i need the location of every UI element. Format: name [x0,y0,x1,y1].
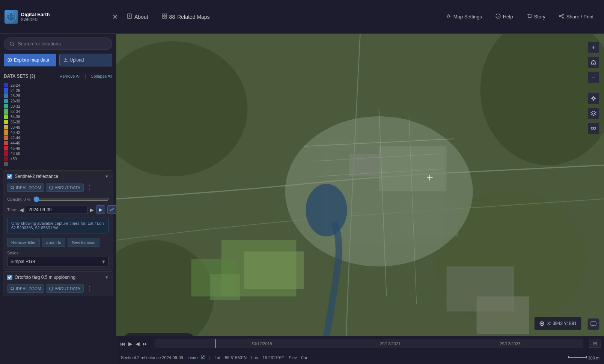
nav-share-print[interactable]: Share / Print [553,11,599,23]
ideal-zoom-button[interactable]: IDEAL ZOOM [7,184,44,192]
nav-right: Map Settings ? Help Story Share / Print [440,11,599,23]
nav-related-maps[interactable]: 88 Related Maps [156,11,216,23]
map-controls: + − [587,41,599,134]
explore-map-data-button[interactable]: Explore map data [4,54,56,66]
lat-label: Lat [215,355,220,360]
svg-rect-60 [591,322,596,326]
about-data-button[interactable]: i ABOUT DATA [46,184,83,192]
scale-bar-icon [568,355,587,359]
layer1-header[interactable]: Sentinel-2 reflectance ▼ [3,171,113,182]
locate-icon [590,95,596,101]
chat-icon [590,321,596,327]
layer2-more-button[interactable]: ⋮ [85,285,94,292]
time-label: Time: [7,208,17,212]
grid-icon [162,14,167,20]
compare-button[interactable] [587,122,599,134]
remove-all-button[interactable]: Remove All [59,74,80,78]
timeline-next-button[interactable]: ⏭ [142,340,149,347]
search-input[interactable] [18,41,107,47]
close-sidebar-button[interactable]: ✕ [112,13,118,21]
new-location-button[interactable]: New location [68,238,99,247]
upload-button[interactable]: Upload [59,54,113,66]
svg-point-58 [591,127,593,129]
map-container[interactable]: + − ● 3 datasets enabled on map ⊕ X: 394… [116,34,604,364]
layer2-checkbox[interactable] [7,275,12,280]
styles-select[interactable]: Simple RGB [7,257,109,266]
time-next-button[interactable]: ▶ [90,207,94,213]
time-prev-button[interactable]: ◀ [20,207,24,213]
zoom-in-button[interactable]: + [587,41,599,53]
layer2-actions: IDEAL ZOOM i ABOUT DATA ⋮ [3,283,113,296]
timeline-controls: ⏮ ▶ ◀ ⏭ [116,340,152,347]
svg-point-28 [11,287,14,290]
lat-value: 59.61563°N [225,355,247,360]
story-label: Story [534,14,545,20]
status-sep1: | [209,355,210,360]
svg-point-24 [11,186,14,189]
collapse-all-button[interactable]: Collapse All [91,74,112,78]
time-input[interactable] [26,206,87,214]
logo-area: Digital Earth SWEDEN ✕ [5,10,121,24]
layer1-more-button[interactable]: ⋮ [85,184,94,191]
coord-display: X: 3943 Y: 881 [547,321,577,326]
svg-line-18 [560,17,562,17]
home-map-icon [590,59,596,65]
layers-button[interactable] [587,107,599,119]
disclaimer-link[interactable]: laimer [188,355,205,360]
remove-filter-button[interactable]: Remove filter [7,238,40,247]
timeline-label-3: 29/12/2023 [500,341,520,346]
svg-rect-41 [244,251,304,289]
locate-button[interactable] [587,92,599,104]
layer2-header[interactable]: Ortofoto färg 0,5 m upplösning ▼ [3,272,113,283]
svg-rect-48 [477,296,529,334]
nav-map-settings[interactable]: Map Settings [440,11,488,23]
nav-about[interactable]: About [121,11,154,23]
related-maps-label: Related Maps [177,14,209,20]
sidebar: Explore map data Upload DATA SETS (3) Re… [0,34,116,364]
layer2-about-data-button[interactable]: i ABOUT DATA [46,284,83,293]
svg-rect-9 [165,17,167,18]
layer2-ideal-zoom-button[interactable]: IDEAL ZOOM [7,284,44,293]
share-print-label: Share / Print [566,14,593,20]
help-label: Help [503,14,513,20]
time-row: Time: ◀ ▶ ▶ [3,204,113,215]
nav-help[interactable]: ? Help [490,11,519,23]
svg-point-14 [562,14,564,15]
time-play-button[interactable]: ▶ [96,205,105,214]
lon-label: Lon [251,355,258,360]
timeline: ⏮ ▶ ◀ ⏭ 30/12/2019 29/12/2021 29/12/2023… [116,336,604,351]
svg-rect-42 [379,146,447,191]
book-icon [526,14,532,20]
nav-items: About 88 Related Maps [121,11,440,23]
timeline-prev-button[interactable]: ◀ [135,340,140,347]
svg-point-39 [306,184,347,236]
opacity-slider[interactable] [33,196,109,202]
external-link-icon [201,355,205,359]
svg-line-17 [560,15,562,16]
elev-value: 0m [301,355,307,360]
map-view[interactable] [116,34,604,364]
layer2-name: Ortofoto färg 0,5 m upplösning [15,275,102,280]
opacity-row: Opacity: 0 % [3,195,113,204]
info2-icon: i [49,287,53,290]
top-nav-bar: Digital Earth SWEDEN ✕ About 88 Related … [0,0,604,34]
layer1-checkbox[interactable] [7,174,12,179]
coord-tooltip: ⊕ X: 3943 Y: 881 [534,317,581,330]
timeline-play-button[interactable]: ▶ [128,340,133,347]
timeline-label-2: 29/12/2021 [380,341,401,346]
zoom-to-button[interactable]: Zoom to [42,238,65,247]
svg-point-5 [129,15,130,15]
info-box: Only showing available capture times for… [7,218,109,233]
nav-story[interactable]: Story [520,11,551,23]
home-button[interactable] [587,56,599,68]
time-chart-button[interactable] [107,205,116,214]
search-bar[interactable] [4,38,112,50]
info-icon: i [49,186,53,190]
help-icon: ? [496,14,501,20]
timeline-first-button[interactable]: ⏮ [119,340,126,347]
layer2-expand-icon: ▼ [105,275,109,280]
timeline-track[interactable]: 30/12/2019 29/12/2021 29/12/2023 [155,339,583,348]
chat-button[interactable] [587,318,599,330]
timeline-zoom-button[interactable]: ⊞ [589,340,601,348]
zoom-out-button[interactable]: − [587,71,599,83]
